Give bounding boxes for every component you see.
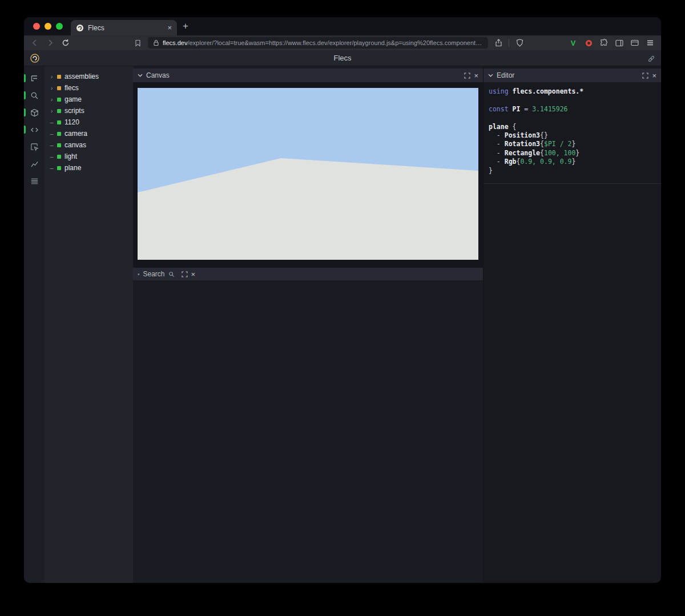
traffic-lights	[24, 23, 71, 35]
editor-panel-title: Editor	[497, 71, 514, 79]
entity-type-square	[57, 166, 61, 170]
main-empty-area	[133, 280, 483, 583]
new-tab-button[interactable]: +	[177, 21, 195, 35]
tree-item-label: assemblies	[65, 73, 99, 80]
browser-toolbar: flecs.dev/explorer/?local=true&wasm=http…	[24, 35, 661, 50]
puzzle-icon	[600, 39, 608, 47]
brave-shield-button[interactable]	[514, 38, 525, 48]
expand-icon[interactable]	[642, 73, 648, 79]
tree-item-camera[interactable]: –camera	[45, 128, 133, 139]
tab-flecs[interactable]: Flecs ×	[71, 20, 177, 35]
link-icon	[647, 55, 655, 63]
tab-title: Flecs	[88, 24, 163, 32]
menu-button[interactable]	[645, 38, 655, 48]
zoom-window-button[interactable]	[56, 23, 63, 30]
editor-panel-header: Editor ×	[483, 69, 661, 82]
chevron-right-icon[interactable]: ›	[50, 96, 54, 103]
tree-item-label: game	[65, 95, 82, 103]
tab-close-icon[interactable]: ×	[167, 24, 172, 31]
flecs-logo	[30, 53, 40, 63]
rail-entities-button[interactable]	[24, 106, 45, 119]
url-domain: flecs.dev	[163, 39, 187, 46]
entity-type-square	[57, 86, 61, 90]
share-icon	[495, 39, 502, 47]
record-extension-icon[interactable]	[583, 38, 594, 48]
rail-stats-button[interactable]	[24, 158, 45, 170]
code-line: - Rotation3{$PI / 2}	[489, 140, 659, 148]
canvas-viewport[interactable]	[138, 88, 478, 260]
editor-empty-area	[483, 184, 661, 583]
minimize-window-button[interactable]	[45, 23, 51, 30]
search-icon	[168, 271, 175, 277]
leaf-dash-icon: –	[50, 130, 54, 137]
code-line: plane {	[489, 123, 659, 131]
tree-item-1120[interactable]: –1120	[45, 116, 133, 128]
search-dot-icon: •	[138, 271, 140, 277]
inspect-cursor-icon	[30, 143, 39, 151]
entity-type-square	[57, 143, 61, 147]
code-icon	[30, 126, 39, 134]
vimium-extension-icon[interactable]: V	[568, 38, 578, 48]
close-window-button[interactable]	[33, 23, 40, 30]
wallet-button[interactable]	[630, 38, 640, 48]
chevron-right-icon[interactable]: ›	[50, 84, 54, 91]
reload-button[interactable]	[61, 38, 71, 48]
search-panel-header[interactable]: • Search ×	[133, 268, 483, 280]
code-line: }	[489, 167, 659, 175]
tree-item-label: camera	[65, 130, 87, 138]
chevron-down-icon[interactable]	[138, 74, 143, 77]
expand-icon[interactable]	[464, 73, 470, 79]
hamburger-menu-icon	[646, 39, 654, 46]
rail-rows-button[interactable]	[24, 175, 45, 187]
canvas-panel-title: Canvas	[146, 71, 170, 79]
tree-item-scripts[interactable]: ›scripts	[45, 105, 133, 116]
back-button[interactable]	[30, 38, 40, 48]
tree-item-label: 1120	[65, 118, 79, 126]
forward-button[interactable]	[45, 38, 55, 48]
share-button[interactable]	[493, 38, 503, 48]
tree-item-flecs[interactable]: ›flecs	[45, 82, 133, 94]
bookmark-button[interactable]	[132, 38, 143, 48]
scene-render	[138, 88, 478, 260]
browser-window: Flecs × + flecs.dev/explorer/?local=true…	[24, 17, 661, 583]
rail-inspect-button[interactable]	[24, 140, 45, 153]
sidebar-toggle-button[interactable]	[614, 38, 624, 48]
chevron-down-icon[interactable]	[488, 74, 493, 77]
page-title: Flecs	[24, 54, 661, 62]
tree-item-canvas[interactable]: –canvas	[45, 139, 133, 151]
code-line: const PI = 3.1415926	[489, 105, 659, 114]
rows-icon	[30, 177, 39, 186]
sidebar-icon	[615, 39, 623, 47]
chevron-right-icon[interactable]: ›	[50, 73, 54, 80]
tree-item-label: light	[65, 152, 77, 160]
chevron-right-icon[interactable]: ›	[50, 107, 54, 114]
tree-item-label: plane	[65, 164, 81, 172]
tree-item-light[interactable]: –light	[45, 151, 133, 162]
rail-hierarchy-button[interactable]	[24, 72, 45, 84]
extensions-button[interactable]	[599, 38, 609, 48]
leaf-dash-icon: –	[50, 142, 54, 148]
tree-item-game[interactable]: ›game	[45, 94, 133, 105]
entity-type-square	[57, 109, 61, 113]
tree-item-label: canvas	[65, 141, 86, 149]
address-bar[interactable]: flecs.dev/explorer/?local=true&wasm=http…	[148, 37, 488, 49]
entity-type-square	[57, 132, 61, 136]
tree-item-plane[interactable]: –plane	[45, 162, 133, 174]
code-line: - Rgb{0.9, 0.9, 0.9}	[489, 158, 659, 166]
code-editor[interactable]: using flecs.components.* const PI = 3.14…	[483, 82, 661, 179]
rail-code-button[interactable]	[24, 123, 45, 136]
editor-close-icon[interactable]: ×	[652, 72, 656, 79]
bookmark-icon	[134, 39, 142, 47]
canvas-close-icon[interactable]: ×	[474, 72, 478, 79]
entity-type-square	[57, 98, 61, 102]
code-line: - Position3{}	[489, 131, 659, 140]
search-close-icon[interactable]: ×	[191, 271, 196, 278]
code-line: using flecs.components.*	[489, 87, 659, 96]
url-path: /explorer/?local=true&wasm=https://www.f…	[187, 39, 482, 46]
search-panel-title: Search	[143, 270, 165, 278]
tree-item-assemblies[interactable]: ›assemblies	[45, 71, 133, 82]
permalink-button[interactable]	[647, 55, 655, 63]
ground-plane	[138, 158, 478, 260]
rail-search-button[interactable]	[24, 89, 45, 102]
expand-icon[interactable]	[182, 271, 188, 277]
